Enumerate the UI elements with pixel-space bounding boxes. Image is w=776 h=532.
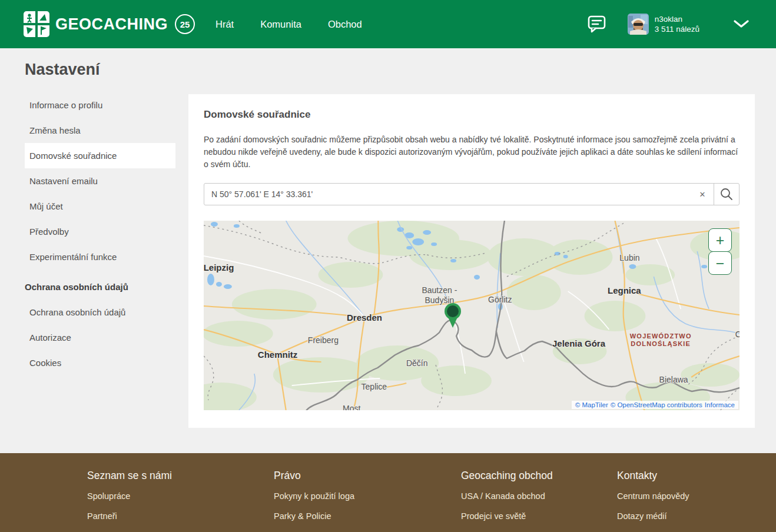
footer-column: PrávoPokyny k použití logaParky & Polici… — [274, 470, 461, 532]
map-city-label: Most — [343, 404, 360, 410]
map-attribution-link[interactable]: © OpenStreetMap contributors — [611, 401, 702, 408]
sidebar-item[interactable]: Nastavení emailu — [25, 168, 175, 194]
geocaching-logo[interactable]: GEOCACHING 25 — [24, 11, 195, 37]
map-city-label: Legnica — [608, 285, 641, 295]
user-avatar[interactable] — [628, 14, 649, 35]
card-description: Po zadání domovských souřadnic můžeme př… — [204, 134, 739, 171]
map-attribution-link[interactable]: © MapTiler — [575, 401, 608, 408]
map-city-label: Děčín — [406, 358, 428, 368]
footer-link[interactable]: Spolupráce — [87, 491, 274, 501]
brand-wordmark: GEOCACHING — [55, 15, 168, 34]
user-menu[interactable]: n3oklan 3 511 nálezů — [655, 14, 699, 34]
map-city-label: Freiberg — [308, 335, 339, 345]
topbar-user-area: n3oklan 3 511 nálezů — [588, 0, 749, 48]
sidebar-item[interactable]: Předvolby — [25, 219, 175, 244]
chevron-down-icon[interactable] — [734, 20, 749, 28]
sidebar-section-header: Ochrana osobních údajů — [25, 274, 175, 300]
sidebar-item[interactable]: Změna hesla — [25, 118, 175, 143]
footer-link[interactable]: Centrum nápovědy — [617, 491, 776, 501]
footer-link[interactable]: Parky & Policie — [274, 511, 461, 521]
map-city-label: WOJEWÓDZTWO — [630, 332, 692, 340]
map-zoom-out-button[interactable]: − — [708, 251, 732, 275]
sidebar-item[interactable]: Informace o profilu — [25, 92, 175, 118]
sidebar-item[interactable]: Experimentální funkce — [25, 244, 175, 270]
footer-link[interactable]: Pokyny k použití loga — [274, 491, 461, 501]
coordinates-input[interactable] — [204, 184, 691, 205]
map-zoom-controls: + − — [708, 228, 732, 275]
main-navigation: HrátKomunitaObchod — [215, 19, 362, 30]
home-coordinates-card: Domovské souřadnice Po zadání domovských… — [188, 94, 755, 428]
footer-link[interactable]: USA / Kanada obchod — [461, 491, 617, 501]
sidebar-item[interactable]: Ochrana osobních údajů — [25, 300, 175, 325]
settings-sidebar: Informace o profiluZměna heslaDomovské s… — [25, 92, 175, 375]
footer-link[interactable]: Prodejci ve světě — [461, 511, 617, 521]
anniversary-25-badge: 25 — [175, 14, 195, 34]
clear-input-button[interactable]: ✕ — [691, 184, 714, 205]
footer-column-title: Kontakty — [617, 470, 776, 482]
map-attribution: © MapTiler© OpenStreetMap contributorsIn… — [572, 401, 738, 409]
find-count: 3 511 nálezů — [655, 24, 699, 34]
nav-link[interactable]: Komunita — [260, 19, 301, 30]
nav-link[interactable]: Hrát — [215, 19, 234, 30]
sidebar-item[interactable]: Autorizace — [25, 325, 175, 350]
map-marker-pin[interactable] — [442, 302, 463, 331]
sidebar-item[interactable]: Domovské souřadnice — [25, 143, 175, 168]
footer-column-title: Právo — [274, 470, 461, 482]
sidebar-item[interactable]: Cookies — [25, 350, 175, 375]
geocaching-settings-page: GEOCACHING 25 HrátKomunitaObchod — [0, 0, 776, 532]
map-city-label: Dresden — [347, 312, 382, 322]
sidebar-item[interactable]: Můj účet — [25, 194, 175, 219]
footer-column: Geocaching obchodUSA / Kanada obchodProd… — [461, 470, 617, 532]
map[interactable]: LeipzigLubinLegnicaBautzen -BudyšinGörli… — [204, 221, 739, 410]
username: n3oklan — [655, 14, 699, 24]
search-icon — [719, 187, 734, 201]
map-city-label: Chemnitz — [258, 350, 298, 360]
top-navigation-bar: GEOCACHING 25 HrátKomunitaObchod — [0, 0, 776, 48]
search-button[interactable] — [714, 184, 739, 205]
site-footer: Seznam se s námiSpoluprácePartneřiPrávoP… — [0, 453, 776, 532]
footer-column: Seznam se s námiSpoluprácePartneři — [87, 470, 274, 532]
map-city-label: Jelenia Góra — [552, 338, 605, 348]
footer-link[interactable]: Dotazy médií — [617, 511, 776, 521]
map-city-label: Bielawa — [659, 375, 688, 384]
map-labels-layer: LeipzigLubinLegnicaBautzen -BudyšinGörli… — [204, 221, 739, 410]
map-city-label: Lubin — [619, 253, 639, 262]
nav-link[interactable]: Obchod — [328, 19, 362, 30]
map-city-label: O — [735, 330, 739, 339]
page-title: Nastavení — [25, 61, 100, 79]
messages-icon[interactable] — [588, 15, 606, 33]
geocaching-logo-icon — [24, 11, 49, 37]
map-city-label: Leipzig — [204, 262, 234, 272]
footer-column: KontaktyCentrum nápovědyDotazy médií — [617, 470, 776, 532]
map-city-label: Görlitz — [488, 295, 512, 304]
map-zoom-in-button[interactable]: + — [708, 228, 732, 252]
footer-link[interactable]: Partneři — [87, 511, 274, 521]
coordinates-search-bar: ✕ — [204, 183, 739, 205]
card-heading: Domovské souřadnice — [204, 109, 739, 121]
map-city-label: Bautzen - — [422, 285, 457, 295]
footer-column-title: Geocaching obchod — [461, 470, 617, 482]
map-city-label: DOLNOŚLĄSKIE — [631, 340, 691, 347]
map-attribution-link[interactable]: Informace — [705, 401, 735, 408]
map-city-label: Teplice — [362, 382, 387, 391]
footer-column-title: Seznam se s námi — [87, 470, 274, 482]
